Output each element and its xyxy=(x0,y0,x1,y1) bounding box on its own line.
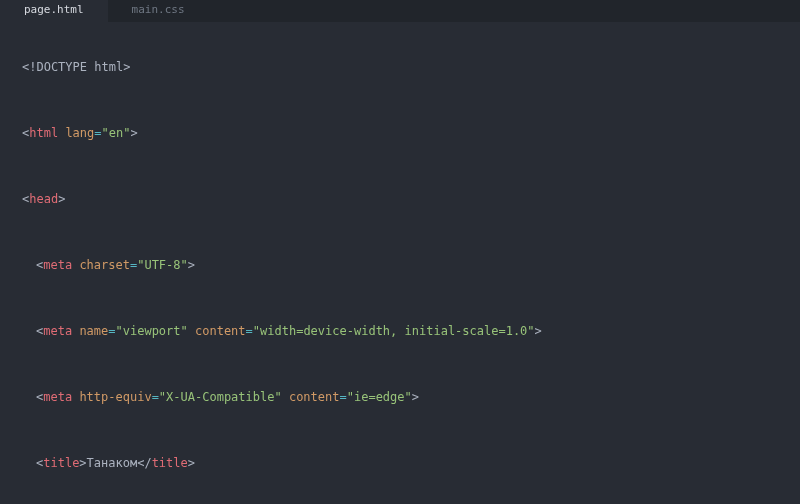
code-text: meta xyxy=(43,390,72,404)
code-text: Танаком xyxy=(87,456,138,470)
code-text: "UTF-8" xyxy=(137,258,188,272)
code-text: name xyxy=(79,324,108,338)
code-text: title xyxy=(43,456,79,470)
code-text: content xyxy=(289,390,340,404)
code-text: html xyxy=(29,126,58,140)
code-text: meta xyxy=(43,258,72,272)
code-text: title xyxy=(152,456,188,470)
code-text: "viewport" xyxy=(116,324,188,338)
code-text: content xyxy=(195,324,246,338)
tab-page-html[interactable]: page.html xyxy=(0,0,108,22)
code-text: charset xyxy=(79,258,130,272)
code-text: <!DOCTYPE html> xyxy=(22,60,130,74)
code-text: http-equiv xyxy=(79,390,151,404)
tab-main-css[interactable]: main.css xyxy=(108,0,209,22)
code-editor[interactable]: <!DOCTYPE html> <html lang="en"> <head> … xyxy=(0,22,800,504)
tab-bar: page.html main.css xyxy=(0,0,800,22)
code-text: "width=device-width, initial-scale=1.0" xyxy=(253,324,535,338)
code-text: "ie=edge" xyxy=(347,390,412,404)
code-text: "X-UA-Compatible" xyxy=(159,390,282,404)
code-text: lang xyxy=(65,126,94,140)
code-text: meta xyxy=(43,324,72,338)
code-text: "en" xyxy=(102,126,131,140)
code-text: head xyxy=(29,192,58,206)
